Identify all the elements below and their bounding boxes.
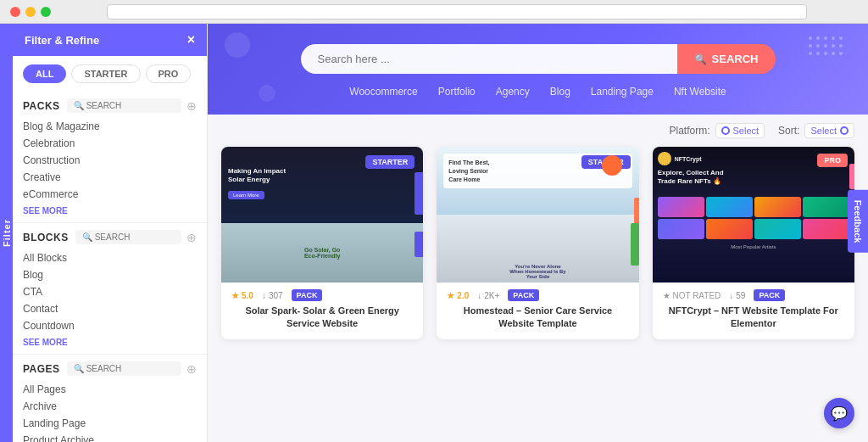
sidebar-search-blocks[interactable]: 🔍 bbox=[75, 230, 181, 244]
filter-tab-pro[interactable]: PRO bbox=[146, 64, 192, 83]
card-homestead[interactable]: Find The Best,Loving SeniorCare Home You… bbox=[437, 147, 638, 339]
sidebar-item-all-pages[interactable]: All Pages bbox=[23, 381, 197, 398]
card-thumb-homestead: Find The Best,Loving SeniorCare Home You… bbox=[437, 147, 638, 283]
sidebar-item-landing-page[interactable]: Landing Page bbox=[23, 415, 197, 432]
search-icon: 🔍 bbox=[694, 53, 707, 65]
sidebar-search-input-pages[interactable] bbox=[86, 364, 154, 373]
card-type-homestead: PACK bbox=[508, 289, 539, 301]
nav-agency[interactable]: Agency bbox=[496, 86, 530, 98]
sidebar-item-cta[interactable]: CTA bbox=[23, 283, 197, 300]
sidebar-header: Filter & Refine × bbox=[13, 24, 207, 56]
sidebar-item-construction[interactable]: Construction bbox=[23, 152, 197, 169]
card-thumb-nft: NFTCrypt Explore, Collect AndTrade Rare … bbox=[653, 147, 854, 283]
sidebar-item-all-blocks[interactable]: All Blocks bbox=[23, 249, 197, 266]
card-rating-homestead: ★ 2.0 bbox=[447, 291, 469, 300]
sidebar-plus-blocks[interactable]: ⊕ bbox=[186, 231, 197, 244]
card-title-solar: Solar Spark- Solar & Green Energy Servic… bbox=[231, 305, 413, 331]
blocks-see-more[interactable]: SEE MORE bbox=[23, 338, 197, 347]
card-meta-homestead: ★ 2.0 ↓ 2K+ PACK bbox=[447, 289, 628, 301]
address-bar[interactable] bbox=[107, 4, 807, 20]
chat-bubble-button[interactable]: 💬 bbox=[824, 398, 854, 428]
card-meta-solar: ★ 5.0 ↓ 307 PACK bbox=[231, 289, 413, 301]
sort-select-icon bbox=[840, 126, 849, 135]
main-content: 🔍 SEARCH Woocommerce Portfolio Agency Bl… bbox=[208, 24, 868, 442]
sidebar-section-title-packs: Packs bbox=[23, 100, 60, 112]
card-title-homestead: Homestead – Senior Care Service Website … bbox=[447, 305, 628, 331]
sidebar-search-input-blocks[interactable] bbox=[95, 232, 163, 242]
filter-tab-all[interactable]: ALL bbox=[23, 64, 66, 83]
hero-section: 🔍 SEARCH Woocommerce Portfolio Agency Bl… bbox=[208, 24, 868, 115]
filter-tab-starter[interactable]: STARTER bbox=[71, 64, 140, 83]
sidebar-item-product-archive[interactable]: Product Archive bbox=[23, 432, 197, 442]
card-nft[interactable]: NFTCrypt Explore, Collect AndTrade Rare … bbox=[653, 147, 854, 339]
card-downloads-solar: ↓ 307 bbox=[262, 291, 283, 300]
sidebar-section-title-blocks: Blocks bbox=[23, 232, 69, 243]
sidebar-item-blog-magazine[interactable]: Blog & Magazine bbox=[23, 118, 197, 135]
sidebar-search-pages[interactable]: 🔍 bbox=[67, 361, 181, 376]
card-info-solar: ★ 5.0 ↓ 307 PACK Solar Spark- Solar & Gr… bbox=[221, 283, 423, 339]
card-downloads-nft: ↓ 59 bbox=[729, 291, 745, 300]
sidebar-plus-packs[interactable]: ⊕ bbox=[186, 99, 197, 113]
sidebar-section-pages: Pages 🔍 ⊕ All Pages Archive Landing Page… bbox=[13, 355, 207, 442]
sidebar-section-packs: Packs 🔍 ⊕ Blog & Magazine Celebration Co… bbox=[13, 92, 207, 223]
sidebar-section-header-blocks: Blocks 🔍 ⊕ bbox=[23, 230, 197, 244]
card-info-nft: ★ NOT RATED ↓ 59 PACK NFTCrypt – NFT Web… bbox=[653, 283, 854, 339]
hero-search-button[interactable]: 🔍 SEARCH bbox=[677, 44, 776, 74]
window-chrome bbox=[0, 0, 868, 24]
nav-nft-website[interactable]: Nft Website bbox=[674, 86, 726, 98]
card-thumb-solar: Making An ImpactSolar Energy Learn More … bbox=[221, 147, 423, 283]
cards-grid: Making An ImpactSolar Energy Learn More … bbox=[208, 147, 868, 353]
sidebar-section-header-pages: Pages 🔍 ⊕ bbox=[23, 361, 197, 376]
sidebar-item-blog[interactable]: Blog bbox=[23, 266, 197, 283]
nav-woocommerce[interactable]: Woocommerce bbox=[349, 86, 417, 98]
platform-select-icon bbox=[721, 126, 730, 135]
sort-select[interactable]: Select bbox=[804, 123, 854, 138]
nav-portfolio[interactable]: Portfolio bbox=[438, 86, 476, 98]
sidebar-section-header-packs: Packs 🔍 ⊕ bbox=[23, 98, 197, 113]
card-type-nft: PACK bbox=[754, 289, 785, 301]
card-rating-nft: ★ NOT RATED bbox=[663, 291, 721, 300]
filter-tabs: ALL STARTER PRO bbox=[13, 56, 207, 92]
sidebar-item-ecommerce[interactable]: eCommerce bbox=[23, 186, 197, 203]
sidebar-item-contact[interactable]: Contact bbox=[23, 300, 197, 317]
card-rating-solar: ★ 5.0 bbox=[231, 291, 253, 300]
window-maximize-btn[interactable] bbox=[41, 7, 51, 17]
card-downloads-homestead: ↓ 2K+ bbox=[477, 291, 499, 300]
filter-sidebar: Filter & Refine × ALL STARTER PRO Packs … bbox=[13, 24, 208, 442]
window-close-btn[interactable] bbox=[10, 7, 20, 17]
sidebar-section-title-pages: Pages bbox=[23, 363, 60, 375]
platform-label: Platform: bbox=[669, 125, 709, 137]
hero-nav: Woocommerce Portfolio Agency Blog Landin… bbox=[225, 86, 851, 98]
chat-icon: 💬 bbox=[831, 406, 848, 422]
card-meta-nft: ★ NOT RATED ↓ 59 PACK bbox=[663, 289, 844, 301]
card-type-solar: PACK bbox=[292, 289, 323, 301]
sidebar-search-input-packs[interactable] bbox=[86, 101, 154, 110]
card-solar[interactable]: Making An ImpactSolar Energy Learn More … bbox=[221, 147, 423, 339]
sidebar-item-countdown[interactable]: Countdown bbox=[23, 317, 197, 334]
platform-control: Platform: Select bbox=[669, 123, 765, 138]
card-info-homestead: ★ 2.0 ↓ 2K+ PACK Homestead – Senior Care… bbox=[437, 283, 638, 339]
nav-landing-page[interactable]: Landing Page bbox=[591, 86, 654, 98]
sidebar-item-archive[interactable]: Archive bbox=[23, 398, 197, 415]
filter-panel-label: Filter bbox=[2, 219, 12, 247]
card-title-nft: NFTCrypt – NFT Website Template For Elem… bbox=[663, 305, 844, 331]
sidebar-close-button[interactable]: × bbox=[187, 32, 195, 48]
sidebar-item-celebration[interactable]: Celebration bbox=[23, 135, 197, 152]
packs-see-more[interactable]: SEE MORE bbox=[23, 206, 197, 215]
nav-blog[interactable]: Blog bbox=[550, 86, 570, 98]
hero-decoration bbox=[809, 36, 843, 55]
sidebar-item-creative[interactable]: Creative bbox=[23, 169, 197, 186]
sort-control: Sort: Select bbox=[778, 123, 854, 138]
sort-label: Sort: bbox=[778, 125, 799, 137]
card-badge-solar: STARTER bbox=[365, 155, 415, 169]
sidebar-title: Filter & Refine bbox=[25, 34, 99, 47]
sidebar-plus-pages[interactable]: ⊕ bbox=[186, 362, 197, 376]
search-icon-packs: 🔍 bbox=[74, 101, 84, 110]
feedback-button[interactable]: Feedback bbox=[848, 189, 868, 253]
filter-panel-tab[interactable]: Filter bbox=[0, 24, 13, 442]
search-icon-blocks: 🔍 bbox=[82, 232, 92, 242]
hero-search-input[interactable] bbox=[301, 44, 677, 74]
window-minimize-btn[interactable] bbox=[25, 7, 36, 17]
platform-select[interactable]: Select bbox=[715, 123, 765, 138]
sidebar-search-packs[interactable]: 🔍 bbox=[67, 98, 181, 113]
